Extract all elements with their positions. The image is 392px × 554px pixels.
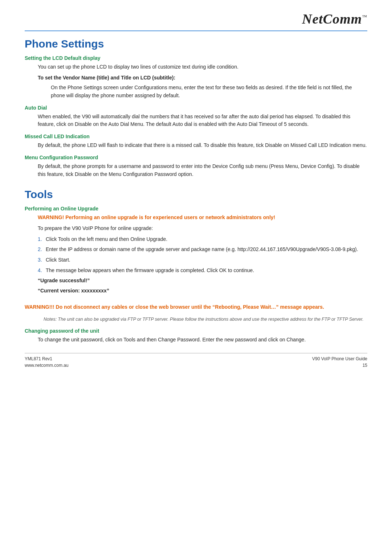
lcd-intro: You can set up the phone LCD to display … (38, 63, 367, 71)
page-wrapper: NetComm™ Phone Settings Setting the LCD … (0, 0, 392, 376)
footer-yml: YML871 Rev1 (25, 356, 69, 362)
upgrade-step-4: The message below appears when the firmw… (38, 267, 367, 275)
online-upgrade-heading: Performing an Online Upgrade (25, 206, 367, 212)
footer-left: YML871 Rev1 www.netcomm.com.au (25, 356, 69, 369)
missed-call-body: By default, the phone LED will flash to … (38, 141, 367, 149)
upgrade-step-2: Enter the IP address or domain name of t… (38, 246, 367, 254)
lcd-bold-body: On the Phone Settings screen under Confi… (51, 84, 367, 99)
large-warning-text: WARNING!!! Do not disconnect any cables … (25, 303, 367, 311)
auto-dial-section: Auto Dial When enabled, the V90 will aut… (25, 105, 367, 128)
change-password-heading: Changing password of the unit (25, 328, 367, 334)
auto-dial-heading: Auto Dial (25, 105, 367, 111)
footer-right: V90 VoIP Phone User Guide 15 (312, 356, 367, 369)
page-header: NetComm™ (25, 11, 367, 31)
online-upgrade-intro: To prepare the V90 VoIP Phone for online… (38, 225, 367, 233)
logo-name: NetComm (302, 11, 362, 26)
auto-dial-body: When enabled, the V90 will automatically… (38, 113, 367, 128)
tools-title: Tools (25, 188, 367, 201)
page-footer: YML871 Rev1 www.netcomm.com.au V90 VoIP … (25, 353, 367, 369)
footer-website: www.netcomm.com.au (25, 362, 69, 369)
lcd-bold-heading: To set the Vendor Name (title) and Title… (38, 74, 367, 82)
logo-tm: ™ (362, 14, 367, 20)
logo-area: NetComm™ (302, 11, 367, 27)
logo-text: NetComm™ (302, 11, 367, 26)
upgrade-quote2: “Current version: xxxxxxxxx” (38, 287, 367, 295)
lcd-section: Setting the LCD Default display You can … (25, 55, 367, 100)
menu-config-body: By default, the phone prompts for a user… (38, 163, 367, 178)
lcd-heading: Setting the LCD Default display (25, 55, 367, 61)
upgrade-step-1: Click Tools on the left menu and then On… (38, 235, 367, 243)
menu-config-section: Menu Configuration Password By default, … (25, 155, 367, 178)
change-password-body: To change the unit password, click on To… (38, 336, 367, 344)
phone-settings-title: Phone Settings (25, 38, 367, 50)
phone-settings-section: Phone Settings Setting the LCD Default d… (25, 38, 367, 178)
upgrade-steps-list: Click Tools on the left menu and then On… (38, 235, 367, 275)
menu-config-heading: Menu Configuration Password (25, 155, 367, 160)
tools-section: Tools Performing an Online Upgrade WARNI… (25, 188, 367, 344)
footer-guide-title: V90 VoIP Phone User Guide (312, 356, 367, 362)
missed-call-section: Missed Call LED Indication By default, t… (25, 134, 367, 149)
online-upgrade-section: Performing an Online Upgrade WARNING! Pe… (25, 206, 367, 323)
upgrade-note: Notes: The unit can also be upgraded via… (44, 316, 367, 323)
footer-page-number: 15 (312, 362, 367, 369)
upgrade-quote1: “Ugrade successful!” (38, 277, 367, 285)
upgrade-step-3: Click Start. (38, 256, 367, 264)
missed-call-heading: Missed Call LED Indication (25, 134, 367, 139)
inline-warning-text: WARNING! Performing an online upgrade is… (38, 214, 367, 222)
change-password-section: Changing password of the unit To change … (25, 328, 367, 344)
